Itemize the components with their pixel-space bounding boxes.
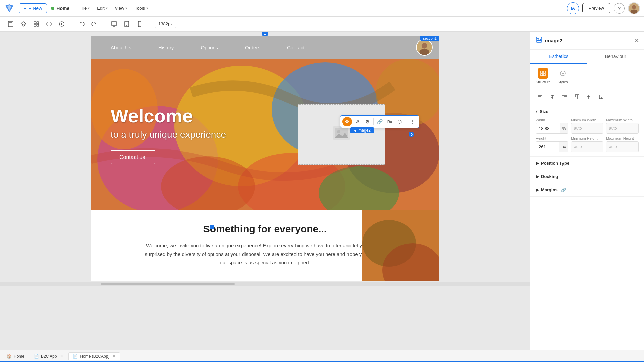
size-grid: Width % Minimum Width Maximum Width bbox=[536, 118, 639, 152]
handle-bm[interactable] bbox=[410, 134, 413, 137]
image2-badge-text: image2 bbox=[358, 128, 371, 133]
components-icon[interactable] bbox=[31, 19, 42, 29]
position-type-label: Position Type bbox=[541, 161, 569, 166]
undo-button[interactable] bbox=[77, 19, 88, 29]
toolbar-sep-2 bbox=[406, 118, 406, 125]
home-b2c-tab-close[interactable]: ✕ bbox=[113, 354, 116, 358]
bottom-tab-b2c[interactable]: 📄 B2C App ✕ bbox=[30, 353, 67, 360]
subtab-styles[interactable]: Styles bbox=[557, 68, 568, 84]
hero-cta-button[interactable]: Contact us! bbox=[111, 150, 155, 164]
top-toolbar: + + New Home File ▾ Edit ▾ View ▾ Tools … bbox=[0, 0, 644, 17]
min-height-input[interactable] bbox=[571, 141, 603, 152]
height-input[interactable]: px bbox=[536, 141, 568, 152]
min-width-value-input[interactable] bbox=[571, 123, 603, 133]
logo-icon[interactable] bbox=[4, 3, 15, 14]
panel-close-button[interactable]: ✕ bbox=[634, 37, 639, 44]
view-menu[interactable]: View ▾ bbox=[112, 4, 131, 13]
move-tool-button[interactable]: ✥ bbox=[342, 117, 352, 126]
width-input[interactable]: % bbox=[536, 123, 568, 134]
height-label: Height bbox=[536, 136, 568, 140]
settings-tool-button[interactable]: ⚙ bbox=[363, 117, 372, 126]
canvas-wrapper: section1 About Us History Options Orders… bbox=[91, 36, 439, 281]
bottom-tab-home-b2c[interactable]: 📄 Home (B2CApp) ✕ bbox=[68, 352, 120, 360]
nav-item-history[interactable]: History bbox=[145, 41, 187, 54]
new-button[interactable]: + + New bbox=[19, 3, 47, 13]
height-field: Height px bbox=[536, 136, 568, 152]
b2c-tab-icon: 📄 bbox=[34, 354, 39, 359]
canvas-nav: About Us History Options Orders Contact bbox=[91, 36, 439, 59]
more-tool-button[interactable]: ⋮ bbox=[408, 117, 417, 126]
desktop-view[interactable] bbox=[109, 19, 119, 29]
redo-button[interactable] bbox=[88, 19, 99, 29]
home-b2c-tab-icon: 📄 bbox=[73, 354, 78, 359]
b2c-tab-close[interactable]: ✕ bbox=[60, 354, 63, 358]
nav-item-contact[interactable]: Contact bbox=[274, 41, 318, 54]
ia-button[interactable]: IA bbox=[567, 2, 579, 14]
home-tab-label: Home bbox=[14, 354, 24, 359]
mobile-view[interactable] bbox=[134, 19, 145, 29]
width-value-input[interactable] bbox=[536, 123, 560, 133]
rotate-tool-button[interactable]: ↺ bbox=[353, 117, 362, 126]
section-label: section1 bbox=[420, 36, 439, 41]
min-width-input[interactable] bbox=[571, 123, 603, 134]
max-width-value-input[interactable] bbox=[606, 123, 638, 133]
panel-title: image2 bbox=[545, 38, 562, 43]
preview-button[interactable]: Preview bbox=[582, 3, 610, 13]
align-top-button[interactable] bbox=[572, 92, 581, 101]
max-width-input[interactable] bbox=[606, 123, 639, 134]
preview-label: Preview bbox=[589, 6, 604, 11]
size-section-label: Size bbox=[540, 109, 548, 114]
width-field: Width % bbox=[536, 118, 568, 134]
help-button[interactable]: ? bbox=[614, 3, 625, 14]
align-middle-v-button[interactable] bbox=[584, 92, 593, 101]
align-right-button[interactable] bbox=[560, 92, 569, 101]
height-value-input[interactable] bbox=[536, 142, 559, 152]
docking-section[interactable]: ▶ Docking bbox=[530, 170, 644, 183]
align-left-button[interactable] bbox=[536, 92, 545, 101]
tab-behaviour[interactable]: Behaviour bbox=[587, 50, 644, 64]
code-icon[interactable] bbox=[44, 19, 54, 29]
min-height-value-input[interactable] bbox=[571, 142, 603, 152]
connect-tool-button[interactable]: ⬡ bbox=[395, 117, 405, 126]
alignment-row bbox=[530, 88, 644, 105]
align-bottom-button[interactable] bbox=[596, 92, 605, 101]
max-height-input[interactable] bbox=[606, 141, 639, 152]
docking-label: Docking bbox=[541, 174, 558, 179]
margins-section[interactable]: ▶ Margins 🔗 bbox=[530, 183, 644, 197]
max-height-value-input[interactable] bbox=[606, 142, 638, 152]
width-label: Width bbox=[536, 118, 568, 122]
content-body: Welcome, we invite you to live a unique … bbox=[144, 241, 386, 267]
panel-header: image2 ✕ bbox=[530, 32, 644, 50]
velo-icon[interactable] bbox=[56, 19, 67, 29]
tab-esthetics[interactable]: Esthetics bbox=[530, 50, 587, 64]
nav-item-orders[interactable]: Orders bbox=[231, 41, 274, 54]
nav-item-options[interactable]: Options bbox=[187, 41, 231, 54]
svg-point-23 bbox=[419, 49, 429, 55]
margins-label: Margins bbox=[541, 187, 558, 192]
second-toolbar: 1382px bbox=[0, 17, 644, 32]
user-avatar[interactable] bbox=[628, 2, 640, 14]
position-type-section[interactable]: ▶ Position Type bbox=[530, 157, 644, 170]
scroll-track[interactable] bbox=[101, 283, 235, 285]
subtab-structure[interactable]: Structure bbox=[536, 68, 551, 84]
nav-item-about[interactable]: About Us bbox=[97, 41, 145, 54]
image2-element[interactable] bbox=[298, 104, 385, 165]
horizontal-scrollbar[interactable] bbox=[0, 282, 530, 286]
tools-menu[interactable]: Tools ▾ bbox=[131, 4, 151, 13]
layers-icon[interactable] bbox=[18, 19, 29, 29]
responsify-tool-button[interactable]: Rx bbox=[385, 117, 394, 126]
file-menu[interactable]: File ▾ bbox=[76, 4, 93, 13]
page-indicator: Home bbox=[51, 6, 69, 11]
pages-icon[interactable] bbox=[5, 19, 16, 29]
styles-icon bbox=[557, 68, 568, 79]
max-width-field: Maximum Width bbox=[606, 118, 639, 134]
tablet-view[interactable] bbox=[121, 19, 132, 29]
svg-rect-14 bbox=[111, 22, 117, 25]
link-tool-button[interactable]: 🔗 bbox=[375, 117, 384, 126]
size-section-header[interactable]: ▾ Size bbox=[536, 109, 639, 114]
align-center-h-button[interactable] bbox=[548, 92, 557, 101]
bottom-tab-home[interactable]: 🏠 Home bbox=[3, 353, 29, 360]
structure-icon bbox=[538, 68, 548, 79]
svg-point-20 bbox=[139, 25, 140, 26]
edit-menu[interactable]: Edit ▾ bbox=[94, 4, 111, 13]
